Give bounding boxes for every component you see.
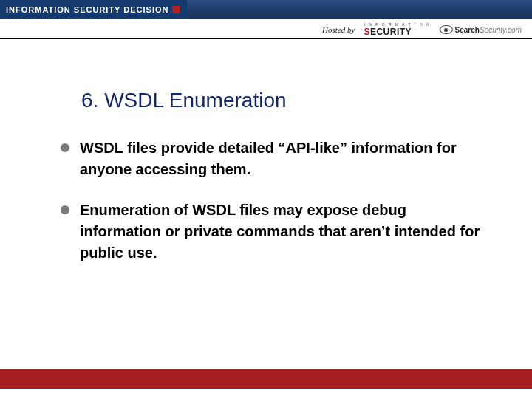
- bullet-item: WSDL files provide detailed “API-like” i…: [61, 137, 488, 180]
- searchsecurity-text: SearchSecurity.com: [455, 26, 522, 34]
- bullet-item: Enumeration of WSDL files may expose deb…: [61, 200, 488, 264]
- divider-lines: [0, 38, 532, 41]
- searchsecurity-logo: SearchSecurity.com: [440, 25, 522, 34]
- slide-title: 6. WSDL Enumeration: [81, 89, 488, 112]
- footer-bar: [0, 369, 532, 389]
- security-logo: I N F O R M A T I O N SECURITY: [364, 22, 430, 37]
- banner-stripe: [187, 0, 533, 19]
- banner-badge: INFORMATION SECURITY DECISION: [0, 0, 187, 19]
- banner-badge-text: INFORMATION SECURITY DECISION: [6, 5, 169, 14]
- badge-square-icon: [172, 6, 180, 13]
- eye-icon: [440, 25, 453, 34]
- slide-content: 6. WSDL Enumeration WSDL files provide d…: [81, 89, 488, 283]
- hosted-by-label: Hosted by: [322, 25, 355, 34]
- banner-sub: Hosted by I N F O R M A T I O N SECURITY…: [322, 22, 532, 37]
- security-logo-big: SECURITY: [364, 27, 430, 37]
